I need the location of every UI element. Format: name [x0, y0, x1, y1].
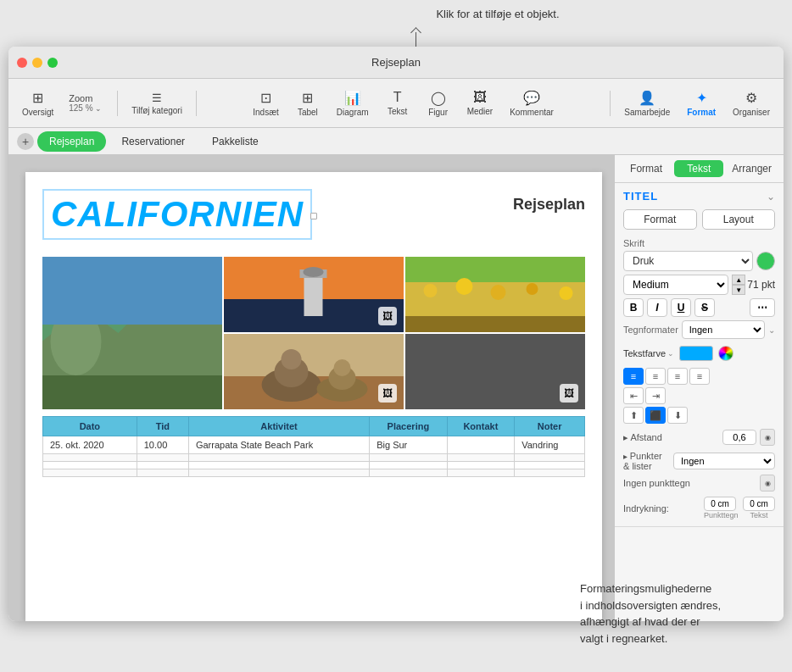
tab-pakkeliste[interactable]: Pakkeliste [200, 131, 271, 152]
valign-bottom-button[interactable]: ⬇ [667, 407, 688, 424]
table-cell-noter-2[interactable] [515, 454, 585, 462]
table-cell-noter-1[interactable]: Vandring [515, 436, 585, 454]
table-cell-tid-4[interactable] [137, 469, 188, 477]
bullet-select[interactable]: Ingen [673, 453, 775, 469]
indent-input-punkttegn[interactable] [704, 497, 736, 511]
format-btn[interactable]: Format [623, 209, 697, 230]
oversigt-button[interactable]: ⊞ Oversigt [15, 86, 60, 120]
organiser-button[interactable]: ⚙ Organiser [726, 86, 777, 120]
valign-middle-button[interactable]: ⬛ [645, 407, 666, 424]
font-size-stepper[interactable]: ▲ ▼ [732, 275, 745, 295]
photo-empty-1[interactable]: 🖼 [405, 334, 585, 409]
photo-ocean[interactable] [42, 257, 222, 409]
table-cell-dato-2[interactable] [43, 454, 137, 462]
font-size-value: 71 pkt [747, 279, 775, 291]
right-panel: Format Tekst Arranger TITEL ⌄ Format Lay… [614, 155, 784, 621]
align-left-button[interactable]: ≡ [623, 368, 644, 385]
valign-top-button[interactable]: ⬆ [623, 407, 644, 424]
font-size-up[interactable]: ▲ [732, 275, 745, 285]
kommentar-button[interactable]: 💬 Kommentar [503, 86, 561, 120]
indent-input-tekst[interactable] [743, 497, 775, 511]
tabel-button[interactable]: ⊞ Tabel [289, 86, 326, 120]
table-cell-kontakt-4[interactable] [447, 469, 515, 477]
table-cell-placering-4[interactable] [370, 469, 447, 477]
document-title[interactable]: CALIFORNIEN [42, 189, 312, 240]
table-row[interactable]: 25. okt. 2020 10.00 Garrapata State Beac… [43, 436, 585, 454]
color-wheel[interactable] [718, 346, 733, 361]
panel-tab-tekst[interactable]: Tekst [674, 160, 723, 177]
punkttegn-stepper[interactable]: ◉ [760, 475, 775, 492]
italic-button[interactable]: I [647, 298, 667, 317]
tab-rejseplan[interactable]: Rejseplan [37, 131, 106, 152]
svg-rect-3 [42, 375, 222, 409]
photo-sealions[interactable]: 🖼 [224, 334, 404, 409]
zoom-control[interactable]: Zoom 125 % ⌄ [64, 92, 110, 114]
table-row[interactable] [43, 469, 585, 477]
table-cell-kontakt-3[interactable] [447, 462, 515, 469]
tilfoej-button[interactable]: ☰ Tilføj kategori [125, 88, 189, 119]
panel-tab-format[interactable]: Format [622, 160, 671, 177]
color-swatch[interactable] [679, 346, 713, 361]
close-button[interactable] [17, 58, 27, 68]
table-cell-dato-4[interactable] [43, 469, 137, 477]
align-center-button[interactable]: ≡ [645, 368, 666, 385]
font-color-button[interactable] [756, 252, 775, 270]
font-style-select[interactable]: Medium [623, 275, 728, 295]
layout-btn[interactable]: Layout [702, 209, 776, 230]
medier-button[interactable]: 🖼 Medier [460, 86, 500, 120]
resize-handle[interactable] [310, 213, 317, 219]
font-name-select[interactable]: Druk [623, 251, 753, 271]
table-cell-placering-1[interactable]: Big Sur [370, 436, 447, 454]
table-cell-placering-2[interactable] [370, 454, 447, 462]
diagram-button[interactable]: 📊 Diagram [330, 86, 376, 120]
underline-button[interactable]: U [671, 298, 691, 317]
table-cell-aktivitet-3[interactable] [188, 462, 369, 469]
figur-icon: ◯ [431, 90, 446, 106]
table-row[interactable] [43, 454, 585, 462]
panel-tabs: Format Tekst Arranger [615, 155, 784, 183]
table-cell-dato-1[interactable]: 25. okt. 2020 [43, 436, 137, 454]
table-cell-noter-4[interactable] [515, 469, 585, 477]
align-justify-button[interactable]: ≡ [689, 368, 710, 385]
tabel-icon: ⊞ [302, 90, 313, 106]
panel-tab-arranger[interactable]: Arranger [727, 160, 777, 177]
panel-section-header: TITEL ⌄ [623, 190, 775, 203]
afstand-stepper[interactable]: ◉ [760, 429, 775, 446]
photo-flowers[interactable] [405, 257, 585, 332]
table-row[interactable] [43, 462, 585, 469]
font-size-down[interactable]: ▼ [732, 285, 745, 295]
format-toolbar-button[interactable]: ✦ Format [680, 86, 722, 120]
document-area[interactable]: CALIFORNIEN Rejseplan [8, 155, 614, 621]
table-cell-tid-2[interactable] [137, 454, 188, 462]
table-cell-placering-3[interactable] [370, 462, 447, 469]
table-cell-kontakt-2[interactable] [447, 454, 515, 462]
indent-increase-button[interactable]: ⇥ [645, 387, 666, 404]
tegnformat-select[interactable]: Ingen [682, 320, 765, 339]
document-table[interactable]: Dato Tid Aktivitet Placering Kontakt Not… [42, 416, 585, 477]
minimize-button[interactable] [32, 58, 42, 68]
figur-button[interactable]: ◯ Figur [420, 86, 457, 120]
strikethrough-button[interactable]: S [694, 298, 715, 317]
samarbejde-button[interactable]: 👤 Samarbejde [617, 86, 677, 120]
add-tab-button[interactable]: + [17, 133, 34, 150]
table-cell-tid-3[interactable] [137, 462, 188, 469]
table-cell-aktivitet-4[interactable] [188, 469, 369, 477]
table-cell-aktivitet-1[interactable]: Garrapata State Beach Park [188, 436, 369, 454]
afstand-input[interactable] [722, 430, 756, 445]
tekst-button[interactable]: T Tekst [379, 86, 416, 120]
table-cell-tid-1[interactable]: 10.00 [137, 436, 188, 454]
chevron-down-icon[interactable]: ⌄ [767, 191, 775, 203]
fullscreen-button[interactable] [47, 58, 58, 68]
table-cell-aktivitet-2[interactable] [188, 454, 369, 462]
photo-lighthouse[interactable]: 🖼 [224, 257, 404, 332]
indsaet-button[interactable]: ⊡ Indsæt [246, 86, 286, 120]
more-format-button[interactable]: ⋯ [750, 298, 775, 317]
bold-button[interactable]: B [623, 298, 644, 317]
indent-decrease-button[interactable]: ⇤ [623, 387, 644, 404]
align-right-button[interactable]: ≡ [667, 368, 688, 385]
table-cell-kontakt-1[interactable] [447, 436, 515, 454]
table-cell-dato-3[interactable] [43, 462, 137, 469]
table-cell-noter-3[interactable] [515, 462, 585, 469]
tab-reservationer[interactable]: Reservationer [109, 131, 197, 152]
svg-point-17 [560, 286, 573, 300]
